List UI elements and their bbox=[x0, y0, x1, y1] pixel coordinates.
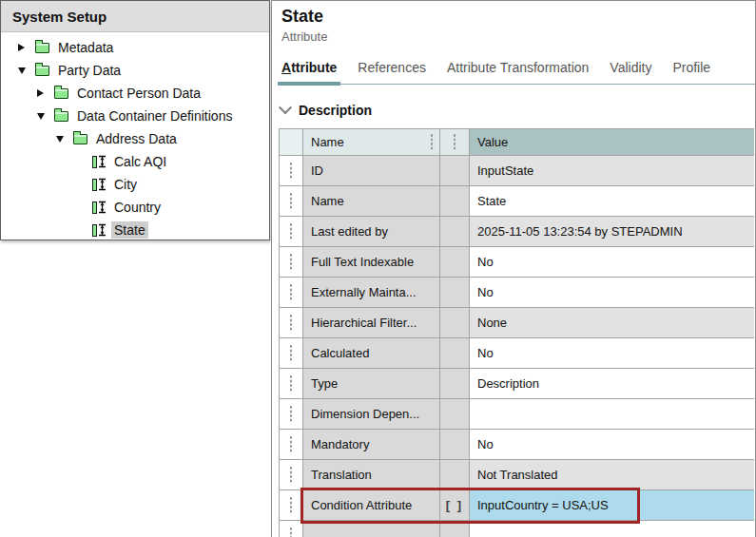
row-drag-handle[interactable] bbox=[280, 430, 303, 460]
row-drag-handle[interactable] bbox=[280, 460, 303, 490]
tree-item-party-data[interactable]: Party Data bbox=[1, 59, 269, 82]
tree-item-city[interactable]: City bbox=[1, 173, 269, 196]
drag-dots-icon[interactable] bbox=[290, 163, 293, 165]
property-value[interactable]: 2025-11-05 13:23:54 by STEPADMIN bbox=[470, 217, 754, 247]
table-row-translation: TranslationNot Translated bbox=[280, 460, 754, 490]
section-title: Description bbox=[299, 103, 372, 118]
tree-item-contact-person-data[interactable]: Contact Person Data bbox=[1, 82, 269, 105]
property-name: Mandatory bbox=[303, 430, 440, 460]
property-value[interactable] bbox=[470, 399, 754, 430]
row-drag-handle[interactable] bbox=[280, 247, 303, 278]
property-name: ID bbox=[303, 156, 440, 186]
column-menu-icon[interactable] bbox=[431, 134, 434, 137]
drag-dots-icon[interactable] bbox=[290, 315, 293, 317]
drag-dots-icon[interactable] bbox=[290, 223, 293, 226]
attribute-bar-glyph bbox=[92, 201, 97, 214]
row-drag-handle[interactable] bbox=[280, 338, 303, 369]
tree-item-country[interactable]: Country bbox=[1, 196, 269, 219]
tab-attribute[interactable]: Attribute bbox=[281, 58, 337, 84]
table-row-hierarchical-filter: Hierarchical Filter...None bbox=[280, 308, 754, 338]
property-value[interactable]: No bbox=[470, 247, 754, 278]
tab-references[interactable]: References bbox=[358, 58, 426, 84]
property-value[interactable]: InputCountry = USA;US bbox=[470, 490, 754, 521]
expander-collapsed-icon[interactable] bbox=[37, 89, 54, 97]
property-badge-cell: [ ] bbox=[440, 490, 470, 521]
tree-item-label: Address Data bbox=[93, 130, 180, 147]
drag-dots-icon[interactable] bbox=[290, 527, 293, 530]
row-drag-handle[interactable] bbox=[280, 186, 303, 217]
property-value[interactable]: InputState bbox=[470, 156, 754, 186]
expander-collapsed-icon[interactable] bbox=[18, 44, 35, 51]
tree-item-label: Contact Person Data bbox=[74, 85, 204, 102]
property-value[interactable]: None bbox=[470, 308, 754, 338]
folder-icon bbox=[54, 111, 68, 122]
triangle-down-icon[interactable] bbox=[18, 67, 26, 74]
property-name: Translation bbox=[303, 460, 440, 490]
property-value[interactable]: No bbox=[470, 278, 754, 308]
drag-dots-icon[interactable] bbox=[290, 345, 293, 348]
tree-item-label: City bbox=[111, 176, 140, 193]
tree-item-state[interactable]: State bbox=[1, 219, 269, 241]
tree-item-label: Country bbox=[111, 199, 164, 216]
drag-dots-icon[interactable] bbox=[290, 375, 293, 378]
expander-expanded-icon[interactable] bbox=[37, 113, 54, 120]
tree-item-address-data[interactable]: Address Data bbox=[1, 127, 269, 150]
triangle-right-icon[interactable] bbox=[18, 44, 25, 51]
triangle-down-icon[interactable] bbox=[56, 136, 64, 143]
drag-dots-icon[interactable] bbox=[290, 254, 293, 257]
property-value[interactable] bbox=[470, 521, 754, 537]
header-corner-cell bbox=[280, 129, 303, 156]
table-row-full-text-indexable: Full Text IndexableNo bbox=[280, 247, 754, 278]
row-drag-handle[interactable] bbox=[280, 217, 303, 247]
description-section-header[interactable]: Description bbox=[281, 103, 372, 118]
property-value[interactable]: No bbox=[470, 338, 754, 369]
row-drag-handle[interactable] bbox=[280, 156, 303, 186]
table-row-dimension-depen: Dimension Depen... bbox=[280, 399, 754, 430]
table-row-name: NameState bbox=[280, 186, 754, 217]
property-name: Dimension Depen... bbox=[303, 399, 440, 430]
chevron-down-icon[interactable] bbox=[279, 101, 292, 114]
property-value[interactable]: Description bbox=[470, 369, 754, 399]
drag-dots-icon[interactable] bbox=[290, 284, 293, 287]
folder-icon bbox=[35, 43, 49, 53]
table-row-mandatory: MandatoryNo bbox=[280, 430, 754, 460]
drag-dots-icon[interactable] bbox=[290, 193, 293, 196]
property-name: Hierarchical Filter... bbox=[303, 308, 440, 338]
attribute-bar-glyph bbox=[92, 156, 97, 168]
attribute-icon bbox=[92, 178, 107, 191]
expander-expanded-icon[interactable] bbox=[56, 136, 73, 143]
tree-item-metadata[interactable]: Metadata bbox=[1, 36, 269, 59]
drag-dots-icon[interactable] bbox=[290, 497, 293, 500]
drag-dots-icon[interactable] bbox=[290, 436, 293, 439]
tree-item-data-container-definitions[interactable]: Data Container Definitions bbox=[1, 105, 269, 127]
folder-icon bbox=[35, 66, 49, 76]
drag-dots-icon[interactable] bbox=[290, 467, 293, 470]
system-setup-title: System Setup bbox=[1, 1, 269, 32]
property-badge-cell bbox=[440, 217, 470, 247]
triangle-right-icon[interactable] bbox=[37, 89, 44, 97]
tab-profile[interactable]: Profile bbox=[672, 58, 710, 84]
tab-attribute-transformation[interactable]: Attribute Transformation bbox=[447, 58, 589, 84]
property-value[interactable]: No bbox=[470, 430, 754, 460]
row-drag-handle[interactable] bbox=[280, 369, 303, 399]
row-drag-handle[interactable] bbox=[280, 399, 303, 430]
header-name-cell: Name bbox=[303, 129, 440, 156]
property-name: Calculated bbox=[303, 338, 440, 369]
attribute-icon bbox=[92, 201, 107, 214]
property-value[interactable]: State bbox=[470, 186, 754, 217]
triangle-down-icon[interactable] bbox=[37, 113, 45, 120]
expander-expanded-icon[interactable] bbox=[18, 67, 35, 74]
header-value-label: Value bbox=[477, 135, 508, 149]
drag-dots-icon[interactable] bbox=[290, 406, 293, 409]
row-drag-handle[interactable] bbox=[280, 490, 303, 521]
column-menu-icon[interactable] bbox=[454, 134, 456, 137]
row-drag-handle[interactable] bbox=[280, 278, 303, 308]
table-row-type: TypeDescription bbox=[280, 369, 754, 399]
attribute-icon bbox=[92, 223, 107, 237]
property-name: Last edited by bbox=[303, 217, 440, 247]
tab-validity[interactable]: Validity bbox=[610, 58, 651, 84]
row-drag-handle[interactable] bbox=[280, 308, 303, 338]
tree-item-calc-aqi[interactable]: Calc AQI bbox=[1, 150, 269, 173]
property-value[interactable]: Not Translated bbox=[470, 460, 754, 490]
row-drag-handle[interactable] bbox=[280, 521, 303, 537]
